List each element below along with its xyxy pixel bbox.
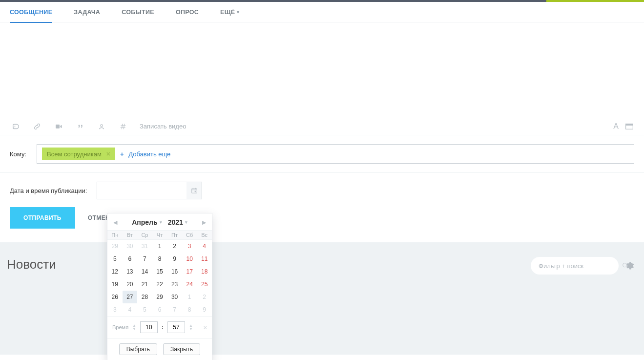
date-cell[interactable]: 8 <box>182 303 197 316</box>
date-cell[interactable]: 1 <box>182 291 197 303</box>
date-cell[interactable]: 26 <box>107 291 123 303</box>
date-cell[interactable]: 6 <box>123 253 138 265</box>
feed-search[interactable] <box>531 257 619 275</box>
year-label: 2021 <box>168 218 183 226</box>
date-cell[interactable]: 10 <box>182 253 197 265</box>
minutes-spinner[interactable]: ▲▼ <box>189 324 193 331</box>
dow-cell: Пт <box>167 231 182 239</box>
date-cell-today[interactable]: 27 <box>123 291 138 303</box>
datepicker-popup: ◀ Апрель ▾ 2021 ▾ ▶ ПнВтСрЧтПтСбВс 29303… <box>107 213 212 355</box>
date-cell[interactable]: 3 <box>182 240 197 253</box>
month-select[interactable]: Апрель ▾ <box>132 218 162 226</box>
link-icon[interactable] <box>32 123 42 130</box>
tab-more[interactable]: ЕЩЁ ▾ <box>220 2 240 22</box>
recipients-label: Кому: <box>10 150 37 158</box>
minutes-input[interactable] <box>167 321 185 333</box>
tab-task[interactable]: ЗАДАЧА <box>74 2 100 22</box>
date-cell[interactable]: 18 <box>197 265 212 278</box>
date-cell[interactable]: 9 <box>197 303 212 316</box>
publish-date-row: Дата и время публикации: <box>0 173 644 199</box>
date-cell[interactable]: 2 <box>167 240 182 253</box>
clear-time-icon[interactable]: × <box>203 324 207 331</box>
datepicker-select-button[interactable]: Выбрать <box>119 343 157 355</box>
quote-icon[interactable] <box>75 123 85 130</box>
add-recipient-link[interactable]: + Добавить еще <box>120 150 170 158</box>
date-input-wrap <box>97 182 202 199</box>
date-cell[interactable]: 29 <box>152 291 167 303</box>
date-cell[interactable]: 12 <box>107 265 123 278</box>
dow-row: ПнВтСрЧтПтСбВс <box>107 230 212 240</box>
recipients-input[interactable]: Всем сотрудникам × + Добавить еще <box>37 144 634 164</box>
dp-grid: 2930311234567891011121314151617181920212… <box>107 240 212 316</box>
remove-chip-icon[interactable]: × <box>106 150 110 158</box>
date-cell[interactable]: 3 <box>107 303 123 316</box>
date-cell[interactable]: 15 <box>152 265 167 278</box>
date-cell[interactable]: 9 <box>167 253 182 265</box>
date-cell[interactable]: 21 <box>137 278 152 291</box>
date-cell[interactable]: 30 <box>123 240 138 253</box>
date-cell[interactable]: 29 <box>107 240 123 253</box>
date-cell[interactable]: 19 <box>107 278 123 291</box>
calendar-icon[interactable] <box>187 182 202 199</box>
prev-month-icon[interactable]: ◀ <box>110 219 120 226</box>
message-editor[interactable] <box>0 22 644 118</box>
next-month-icon[interactable]: ▶ <box>199 219 209 226</box>
datepicker-close-button[interactable]: Закрыть <box>163 343 200 355</box>
date-cell[interactable]: 24 <box>182 278 197 291</box>
date-cell[interactable]: 1 <box>152 240 167 253</box>
dow-cell: Пн <box>107 231 123 239</box>
date-cell[interactable]: 4 <box>197 240 212 253</box>
chevron-down-icon: ▾ <box>185 220 187 225</box>
tag-icon[interactable] <box>118 123 128 130</box>
video-icon[interactable] <box>54 123 63 130</box>
date-cell[interactable]: 14 <box>137 265 152 278</box>
chevron-down-icon: ▾ <box>160 220 162 225</box>
tab-poll[interactable]: ОПРОС <box>176 2 199 22</box>
text-format-icon[interactable]: A <box>613 122 619 131</box>
gear-icon[interactable] <box>625 261 634 270</box>
date-cell[interactable]: 23 <box>167 278 182 291</box>
add-recipient-label: Добавить еще <box>128 150 170 158</box>
send-button[interactable]: ОТПРАВИТЬ <box>10 207 75 229</box>
date-cell[interactable]: 5 <box>137 303 152 316</box>
plus-icon: + <box>120 150 124 158</box>
dow-cell: Вс <box>197 231 212 239</box>
time-colon: : <box>162 324 164 331</box>
feed-title: Новости <box>7 257 56 272</box>
time-label: Время <box>112 324 128 330</box>
date-cell[interactable]: 2 <box>197 291 212 303</box>
recipient-chip-all: Всем сотрудникам × <box>42 148 115 160</box>
date-cell[interactable]: 7 <box>137 253 152 265</box>
date-cell[interactable]: 22 <box>152 278 167 291</box>
editor-toolbar: Записать видео A <box>0 118 644 135</box>
date-cell[interactable]: 6 <box>152 303 167 316</box>
date-cell[interactable]: 8 <box>152 253 167 265</box>
date-cell[interactable]: 28 <box>137 291 152 303</box>
date-cell[interactable]: 17 <box>182 265 197 278</box>
tab-event[interactable]: СОБЫТИЕ <box>122 2 154 22</box>
date-cell[interactable]: 5 <box>107 253 123 265</box>
svg-rect-0 <box>56 125 60 128</box>
record-video-link[interactable]: Записать видео <box>140 123 186 130</box>
time-row: Время ▲▼ : ▲▼ × <box>107 316 212 338</box>
date-cell[interactable]: 30 <box>167 291 182 303</box>
date-cell[interactable]: 16 <box>167 265 182 278</box>
year-select[interactable]: 2021 ▾ <box>168 218 187 226</box>
date-cell[interactable]: 20 <box>123 278 138 291</box>
mention-icon[interactable] <box>97 123 106 130</box>
date-cell[interactable]: 31 <box>137 240 152 253</box>
date-cell[interactable]: 11 <box>197 253 212 265</box>
feed-search-input[interactable] <box>538 262 622 270</box>
date-cell[interactable]: 4 <box>123 303 138 316</box>
date-cell[interactable]: 13 <box>123 265 138 278</box>
panel-icon[interactable] <box>625 124 633 129</box>
hours-spinner[interactable]: ▲▼ <box>132 324 136 331</box>
date-cell[interactable]: 25 <box>197 278 212 291</box>
svg-rect-4 <box>192 189 197 193</box>
dow-cell: Сб <box>182 231 197 239</box>
tab-more-label: ЕЩЁ <box>220 9 235 16</box>
tab-message[interactable]: СООБЩЕНИЕ <box>10 2 52 22</box>
hours-input[interactable] <box>140 321 158 333</box>
date-cell[interactable]: 7 <box>167 303 182 316</box>
attachment-icon[interactable] <box>11 123 21 130</box>
